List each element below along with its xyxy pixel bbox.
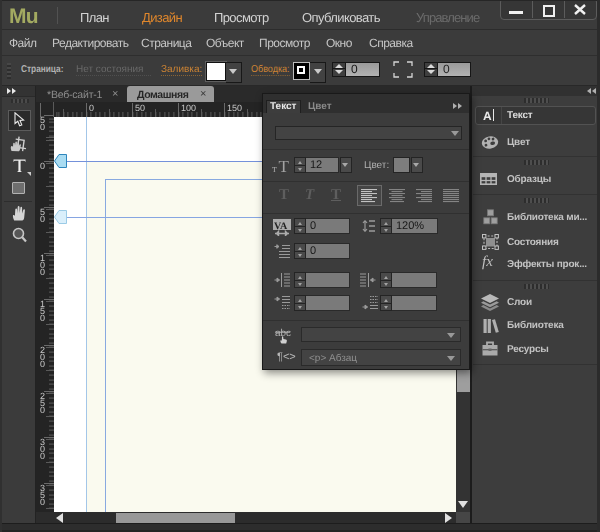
svg-text:т: т — [272, 163, 277, 174]
svg-text:T: T — [279, 158, 290, 173]
svg-text:VA: VA — [274, 221, 288, 232]
